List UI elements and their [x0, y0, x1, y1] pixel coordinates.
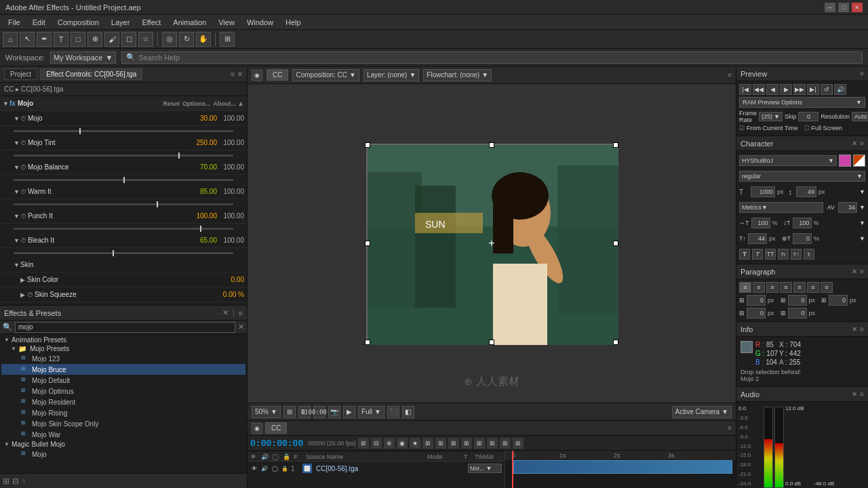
char-close[interactable]: ✕ — [852, 140, 857, 147]
ec-close-icon[interactable]: ✕ — [237, 70, 243, 78]
ep-bottom-icon1[interactable]: ⊞ — [3, 476, 9, 486]
style-italic[interactable]: T — [752, 249, 763, 260]
balance-slider[interactable] — [14, 179, 233, 181]
prev-prev[interactable]: ◀◀ — [753, 84, 765, 95]
tl-transport2[interactable]: ⊟ — [371, 438, 382, 449]
bleach-slider-row[interactable] — [0, 248, 247, 258]
prev-first[interactable]: |◀ — [739, 84, 751, 95]
pen-tool[interactable]: ✒ — [37, 32, 52, 47]
stopwatch-warm[interactable]: ⏱ — [20, 188, 26, 195]
ep-item-mojo123[interactable]: ≋ Mojo 123 — [1, 353, 245, 364]
ep-close-icon[interactable]: ✕ — [222, 308, 229, 317]
comp-layer-dropdown[interactable]: Layer: (none) ▼ — [363, 69, 419, 81]
prev-back[interactable]: ◀ — [766, 84, 778, 95]
tl-icon[interactable]: ◉ — [252, 423, 262, 434]
punch-expand[interactable]: ▼ — [14, 213, 20, 220]
project-tab[interactable]: Project — [4, 68, 37, 80]
balance-expand[interactable]: ▼ — [14, 164, 20, 171]
tracking-dropdown[interactable]: Metrics ▼ — [739, 202, 823, 213]
style-super[interactable]: T↑ — [791, 249, 802, 260]
comp-menu-icon[interactable]: ≡ — [728, 71, 732, 79]
tl-tab[interactable]: CC — [265, 422, 287, 434]
layer-lock-1[interactable]: 🔒 — [281, 464, 289, 472]
preview-menu[interactable]: ≡ — [860, 70, 864, 77]
tl-transport1[interactable]: ⊞ — [358, 438, 369, 449]
ep-item-mojo[interactable]: ≋ Mojo — [1, 449, 245, 460]
stopwatch-tint[interactable]: ⏱ — [20, 140, 26, 146]
ram-preview-dropdown[interactable]: RAM Preview Options ▼ — [739, 97, 865, 108]
align-right[interactable]: ≡ — [766, 282, 778, 293]
punch-slider[interactable] — [14, 228, 233, 230]
layer-solo-1[interactable]: ◯ — [271, 464, 279, 472]
align-center[interactable]: ≡ — [753, 282, 765, 293]
stopwatch-balance[interactable]: ⏱ — [20, 164, 26, 171]
info-menu[interactable]: ≡ — [860, 325, 864, 333]
frame-rate-dropdown[interactable]: (25) ▼ — [759, 112, 783, 121]
mojo-prop-expand[interactable]: ▼ — [14, 115, 20, 122]
mojo-expand[interactable]: ▼ — [3, 100, 9, 107]
bleach-slider[interactable] — [14, 252, 233, 254]
justify-all[interactable]: ≡ — [821, 282, 833, 293]
menu-composition[interactable]: Composition — [52, 17, 104, 28]
about-btn[interactable]: About... — [214, 100, 237, 107]
comp-icon[interactable]: ◉ — [252, 70, 262, 81]
ec-menu-icon[interactable]: ≡ — [231, 70, 235, 78]
stopwatch-squeeze[interactable]: ⏱ — [27, 291, 33, 298]
skip-input[interactable] — [798, 112, 818, 121]
magic-bullet-header[interactable]: ▼ Magic Bullet Mojo — [1, 440, 245, 449]
effect-controls-tab[interactable]: Effect Controls: CC[00-56].tga — [40, 68, 142, 80]
kern-chevron[interactable]: ▼ — [859, 204, 865, 211]
style-all-caps[interactable]: TT — [765, 249, 776, 260]
brush-tool[interactable]: 🖌 — [104, 32, 119, 47]
grid-btn[interactable]: ⊞ — [283, 406, 296, 418]
style-small-caps[interactable]: Tr — [778, 249, 789, 260]
warm-slider-row[interactable] — [0, 199, 247, 209]
maximize-btn[interactable]: □ — [838, 3, 849, 12]
tl-transport5[interactable]: ★ — [410, 438, 420, 449]
menu-layer[interactable]: Layer — [106, 17, 136, 28]
pan-tool[interactable]: ✋ — [196, 32, 211, 47]
search-help-input[interactable]: 🔍 Search Help — [121, 52, 863, 64]
snap-tool[interactable]: ⊞ — [220, 32, 235, 47]
text-tool[interactable]: T — [54, 32, 68, 47]
layer-mode-dropdown[interactable]: Nor... ▼ — [468, 464, 502, 473]
tl-transport11[interactable]: ⊞ — [487, 438, 498, 449]
vc-icon1[interactable]: ⬛ — [387, 406, 399, 418]
tl-transport6[interactable]: ⊞ — [422, 438, 433, 449]
prev-last[interactable]: ▶| — [807, 84, 819, 95]
info-close[interactable]: ✕ — [852, 325, 857, 333]
close-btn[interactable]: ✕ — [852, 3, 863, 12]
menu-animation[interactable]: Animation — [167, 17, 212, 28]
indent-left-input[interactable] — [747, 295, 766, 306]
stopwatch-icon-mojo[interactable]: ⏱ — [20, 115, 26, 122]
home-tool[interactable]: ⌂ — [3, 32, 18, 47]
orbit-tool[interactable]: ↻ — [179, 32, 194, 47]
indent-first-input[interactable] — [829, 295, 848, 306]
quality-dropdown[interactable]: Full ▼ — [358, 406, 384, 418]
vscale-input[interactable] — [793, 218, 812, 228]
layer-audio-1[interactable]: 🔊 — [260, 464, 269, 472]
balance-slider-row[interactable] — [0, 175, 247, 184]
ep-item-mojoresident[interactable]: ≋ Mojo Resident — [1, 396, 245, 407]
indent-right-input[interactable] — [788, 295, 807, 306]
style-dropdown[interactable]: regular ▼ — [739, 171, 865, 182]
menu-help[interactable]: Help — [280, 17, 307, 28]
prev-loop[interactable]: ↺ — [821, 84, 833, 95]
style-sub[interactable]: T. — [804, 249, 814, 260]
comp-tab-cc[interactable]: CC — [267, 69, 288, 81]
leading-input[interactable] — [796, 186, 816, 197]
mojo-presets-header[interactable]: ▼ 📁 Mojo Presets — [1, 344, 245, 353]
punch-slider-row[interactable] — [0, 224, 247, 233]
menu-window[interactable]: Window — [241, 17, 279, 28]
warm-expand[interactable]: ▼ — [14, 188, 20, 195]
clone-tool[interactable]: ⊕ — [87, 32, 102, 47]
ep-item-mojorising[interactable]: ≋ Mojo Rising — [1, 407, 245, 418]
animation-presets-header[interactable]: ▼ Animation Presets — [1, 336, 245, 344]
menu-file[interactable]: File — [3, 17, 26, 28]
reset-btn[interactable]: Reset — [163, 100, 180, 107]
skin-expand[interactable]: ▼ — [14, 262, 20, 268]
menu-effect[interactable]: Effect — [136, 17, 166, 28]
tl-transport12[interactable]: ⊞ — [500, 438, 511, 449]
resolution-dropdown[interactable]: Auto ▼ — [852, 112, 868, 121]
puppet-tool[interactable]: ☆ — [138, 32, 153, 47]
